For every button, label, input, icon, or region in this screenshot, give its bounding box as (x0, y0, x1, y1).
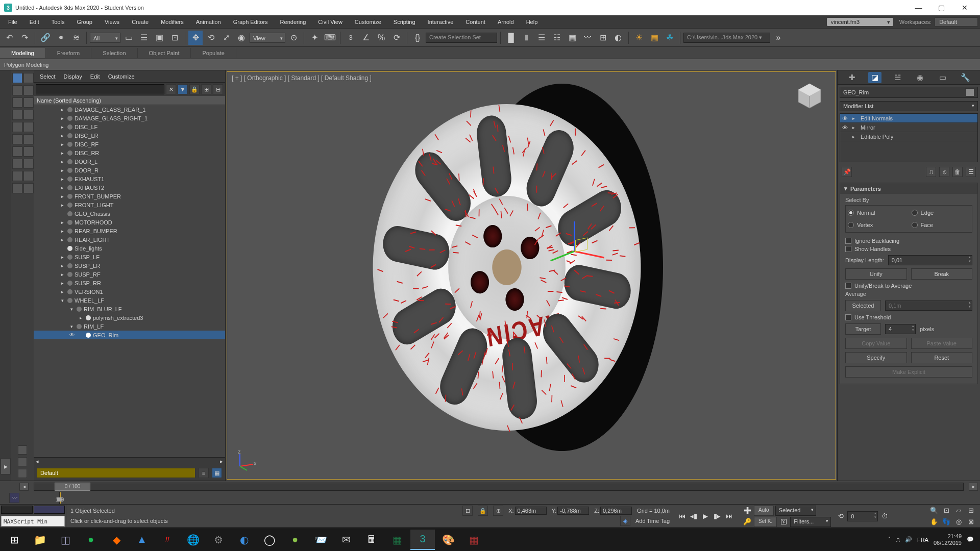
scene-hscroll[interactable]: ◂▸ (34, 457, 225, 465)
expand-trackbar-button[interactable]: ▸ (1, 458, 11, 474)
scene-column-header[interactable]: Name (Sorted Ascending) (34, 96, 225, 105)
anim-layer-a[interactable] (1, 506, 33, 514)
copy-value-button[interactable]: Copy Value (845, 338, 907, 349)
paint-icon[interactable]: 🎨 (436, 530, 460, 550)
menu-scripting[interactable]: Scripting (387, 17, 422, 27)
f3-icon[interactable] (12, 159, 22, 169)
menu-customize[interactable]: Customize (349, 17, 387, 27)
menu-create[interactable]: Create (126, 17, 155, 27)
display-helpers-icon[interactable] (12, 97, 22, 108)
fov-icon[interactable]: ▱ (953, 506, 964, 516)
app6-icon[interactable]: ● (283, 530, 307, 550)
menu-modifiers[interactable]: Modifiers (155, 17, 190, 27)
app2-icon[interactable]: ▲ (130, 530, 154, 550)
utilities-tab-icon[interactable]: 🔧 (959, 72, 972, 83)
scene-item[interactable]: ▸SUSP_RF (34, 270, 225, 279)
reset-button[interactable]: Reset (911, 352, 973, 363)
use-threshold-checkbox[interactable] (845, 314, 851, 320)
selection-set-input[interactable]: Create Selection Set (426, 33, 497, 43)
f8-icon[interactable] (23, 183, 34, 193)
wifi-icon[interactable]: ⎍ (896, 537, 900, 543)
scene-item[interactable]: ▸SUSP_LR (34, 261, 225, 270)
lock-selection-icon[interactable]: 🔒 (478, 506, 488, 516)
key-mode-icon[interactable]: ✚ (742, 506, 752, 516)
selected-dropdown[interactable]: Selected (775, 506, 816, 516)
sync-icon[interactable] (18, 469, 27, 478)
menu-animation[interactable]: Animation (190, 17, 227, 27)
add-time-tag[interactable]: Add Time Tag (635, 518, 670, 524)
toolbar-overflow[interactable]: » (771, 31, 786, 45)
unlink-button[interactable]: ⚭ (54, 31, 68, 45)
scene-item[interactable]: ▸REAR_BUMPER (34, 227, 225, 235)
scene-item[interactable]: ▸DISC_LF (34, 122, 225, 131)
time-tag-icon[interactable]: ◈ (620, 516, 630, 526)
time-slider[interactable]: 0 / 100 (34, 483, 964, 491)
layer-selector[interactable]: Default (37, 468, 195, 478)
ribbon-tab-object paint[interactable]: Object Paint (138, 48, 191, 58)
mail-icon[interactable]: ✉ (334, 530, 358, 550)
isolate-icon[interactable]: ⊡ (462, 506, 473, 516)
scene-item[interactable]: ▸MOTORHOOD (34, 218, 225, 227)
snap-button[interactable]: 3 (344, 31, 358, 45)
window-crossing-button[interactable]: ⊡ (167, 31, 182, 45)
manipulate-button[interactable]: ✦ (307, 31, 322, 45)
scene-item[interactable]: ▸DISC_RF (34, 140, 225, 148)
language-indicator[interactable]: FRA (917, 537, 928, 543)
pan-icon[interactable]: ✋ (929, 517, 939, 527)
menu-group[interactable]: Group (70, 17, 99, 27)
ribbon-button[interactable]: ▦ (565, 31, 579, 45)
display-shapes-icon[interactable] (23, 73, 34, 83)
ribbon-tab-modeling[interactable]: Modeling (0, 48, 46, 58)
pin1-icon[interactable]: ⊞ (201, 84, 211, 94)
transform-gizmo[interactable] (574, 251, 575, 252)
excel-icon[interactable]: ▦ (385, 530, 409, 550)
z-coord-input[interactable] (600, 507, 632, 515)
display-containers-icon[interactable] (23, 122, 34, 132)
scene-item[interactable]: ▸EXHAUST1 (34, 174, 225, 183)
menu-content[interactable]: Content (459, 17, 492, 27)
menu-tools[interactable]: Tools (45, 17, 71, 27)
remove-mod-icon[interactable]: 🗑 (952, 167, 963, 177)
render-setup-button[interactable]: ☀ (632, 31, 646, 45)
ribbon-tab-populate[interactable]: Populate (191, 48, 236, 58)
maxscript-listener[interactable]: MAXScript Min (1, 516, 65, 527)
unify-break-avg-checkbox[interactable] (845, 283, 851, 289)
selected-button[interactable]: Selected (845, 300, 881, 311)
user-dropdown[interactable]: vincent.fm3 (827, 18, 893, 26)
move-button[interactable]: ✥ (188, 31, 203, 45)
filters-dropdown[interactable]: Filters... (790, 517, 831, 527)
select-object-button[interactable]: ▭ (121, 31, 136, 45)
display-bone-icon[interactable] (12, 122, 22, 132)
display-tab-icon[interactable]: ▭ (936, 72, 949, 83)
parameters-rollout-header[interactable]: ▾Parameters (840, 183, 977, 194)
app4-icon[interactable]: ◐ (232, 530, 256, 550)
scene-item[interactable]: ▸FRONT_BUMPER (34, 192, 225, 201)
erp-button[interactable]: {} (410, 31, 425, 45)
time-config-icon[interactable]: ⏱ (879, 511, 890, 521)
percent-snap-button[interactable]: % (374, 31, 388, 45)
clock[interactable]: 21:4906/12/2019 (934, 533, 962, 546)
viewcube[interactable] (794, 80, 825, 110)
app7-icon[interactable]: ▦ (461, 530, 486, 550)
select-rect-button[interactable]: ▣ (152, 31, 166, 45)
loop-icon[interactable]: ⟲ (836, 511, 846, 521)
toggle-explorer-button[interactable]: ☷ (550, 31, 564, 45)
display-cameras-icon[interactable] (23, 85, 34, 95)
ribbon-tab-selection[interactable]: Selection (91, 48, 137, 58)
zoom-all-icon[interactable]: ⊡ (941, 506, 951, 516)
normal-radio[interactable] (848, 210, 854, 216)
unify-button[interactable]: Unify (845, 268, 907, 280)
scene-item[interactable]: GEO_Chassis (34, 209, 225, 218)
mini-curve-icon[interactable]: 〰 (9, 493, 19, 503)
render-frame-button[interactable]: ▦ (647, 31, 662, 45)
scene-search-input[interactable] (36, 84, 164, 94)
hierarchy-tab-icon[interactable]: ☱ (891, 72, 904, 83)
modify-tab-icon[interactable]: ◪ (868, 72, 881, 83)
f4-icon[interactable] (23, 159, 34, 169)
modifier-item[interactable]: ▸Editable Poly (840, 132, 977, 141)
menu-edit[interactable]: Edit (23, 17, 45, 27)
menu-rendering[interactable]: Rendering (274, 17, 312, 27)
make-explicit-button[interactable]: Make Explicit (845, 366, 972, 378)
bind-button[interactable]: ≋ (69, 31, 83, 45)
task-view-icon[interactable]: ◫ (53, 530, 78, 550)
